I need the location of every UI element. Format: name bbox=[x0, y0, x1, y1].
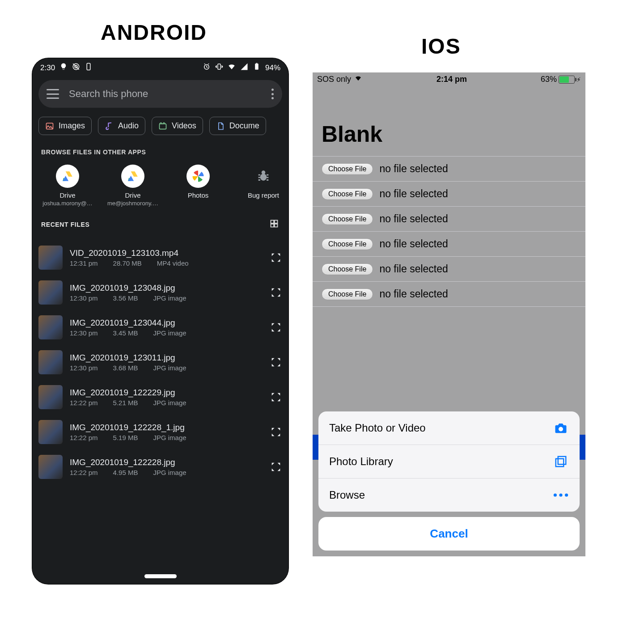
choose-file-button[interactable]: Choose File bbox=[322, 263, 373, 275]
vibrate-icon bbox=[215, 63, 223, 73]
app-photos-2[interactable]: Photos bbox=[165, 165, 231, 207]
app-drive-0[interactable]: Drivejoshua.morony@… bbox=[35, 165, 100, 207]
browse-apps-row: Drivejoshua.morony@…Driveme@joshmorony.…… bbox=[32, 158, 288, 207]
file-size: 5.19 MB bbox=[113, 434, 138, 441]
file-time: 12:22 pm bbox=[70, 399, 98, 407]
file-input-row: Choose Fileno file selected bbox=[313, 232, 585, 257]
app-bug-report-3[interactable]: Bug report bbox=[231, 165, 288, 207]
battery-icon bbox=[559, 76, 575, 84]
chip-label: Audio bbox=[118, 121, 139, 131]
file-time: 12:30 pm bbox=[70, 329, 98, 337]
choose-file-button[interactable]: Choose File bbox=[322, 188, 373, 200]
svg-rect-13 bbox=[275, 220, 278, 224]
alarm-icon bbox=[203, 63, 211, 73]
android-phone-frame: 2:30 94% Search this phone ImagesAudioVi… bbox=[32, 58, 288, 584]
battery-icon bbox=[253, 63, 261, 73]
svg-rect-15 bbox=[275, 224, 278, 227]
charging-icon: ⚡︎ bbox=[576, 76, 581, 83]
file-input-row: Choose Fileno file selected bbox=[313, 182, 585, 207]
file-thumbnail bbox=[38, 246, 63, 270]
app-drive-1[interactable]: Driveme@joshmorony.… bbox=[100, 165, 165, 207]
no-file-label: no file selected bbox=[379, 238, 448, 250]
filter-chip-docume[interactable]: Docume bbox=[209, 117, 266, 135]
file-name: IMG_20201019_123044.jpg bbox=[70, 318, 270, 328]
svg-rect-5 bbox=[218, 64, 220, 69]
expand-icon[interactable] bbox=[270, 391, 282, 403]
cancel-button[interactable]: Cancel bbox=[318, 517, 580, 551]
filter-chip-videos[interactable]: Videos bbox=[152, 117, 203, 135]
hamburger-icon[interactable] bbox=[47, 89, 59, 99]
nav-pill[interactable] bbox=[144, 574, 177, 578]
title-android: ANDROID bbox=[101, 20, 207, 45]
grid-view-icon[interactable] bbox=[270, 219, 279, 229]
svg-rect-18 bbox=[556, 459, 564, 467]
sheet-item-label: Browse bbox=[329, 489, 365, 501]
file-input-row: Choose Fileno file selected bbox=[313, 282, 585, 307]
filter-chip-row: ImagesAudioVideosDocume bbox=[32, 108, 288, 135]
overflow-icon[interactable] bbox=[271, 89, 274, 99]
more-icon bbox=[553, 488, 569, 502]
file-input-list: Choose Fileno file selectedChoose Fileno… bbox=[313, 156, 585, 307]
file-size: 5.21 MB bbox=[113, 399, 138, 407]
chip-label: Images bbox=[59, 121, 85, 131]
search-placeholder: Search this phone bbox=[69, 88, 271, 100]
file-row[interactable]: IMG_20201019_122229.jpg12:22 pm5.21 MBJP… bbox=[32, 380, 288, 415]
expand-icon[interactable] bbox=[270, 426, 282, 438]
file-type: JPG image bbox=[153, 329, 186, 337]
file-thumbnail bbox=[38, 280, 63, 305]
svg-rect-6 bbox=[255, 64, 258, 70]
page-title: Blank bbox=[313, 86, 585, 156]
app-name: Bug report bbox=[231, 191, 288, 199]
file-input-row: Choose Fileno file selected bbox=[313, 156, 585, 182]
svg-point-16 bbox=[559, 427, 563, 432]
app-name: Drive bbox=[35, 191, 100, 199]
app-name: Drive bbox=[100, 191, 165, 199]
file-time: 12:30 pm bbox=[70, 364, 98, 372]
file-row[interactable]: IMG_20201019_122228.jpg12:22 pm4.95 MBJP… bbox=[32, 449, 288, 484]
sheet-item-more[interactable]: Browse bbox=[318, 479, 580, 512]
file-type: JPG image bbox=[153, 469, 186, 476]
svg-rect-3 bbox=[87, 64, 90, 70]
filter-chip-audio[interactable]: Audio bbox=[98, 117, 145, 135]
status-time: 2:14 pm bbox=[436, 75, 467, 84]
file-row[interactable]: IMG_20201019_123048.jpg12:30 pm3.56 MBJP… bbox=[32, 275, 288, 310]
file-row[interactable]: IMG_20201019_123011.jpg12:30 pm3.68 MBJP… bbox=[32, 345, 288, 380]
expand-icon[interactable] bbox=[270, 286, 282, 299]
expand-icon[interactable] bbox=[270, 251, 282, 264]
expand-icon[interactable] bbox=[270, 461, 282, 473]
svg-point-21 bbox=[565, 493, 568, 496]
recent-files-list: VID_20201019_123103.mp412:31 pm28.70 MBM… bbox=[32, 232, 288, 484]
status-carrier: SOS only bbox=[317, 75, 351, 84]
library-icon bbox=[553, 455, 569, 468]
file-thumbnail bbox=[38, 350, 63, 374]
choose-file-button[interactable]: Choose File bbox=[322, 163, 373, 175]
wifi-icon bbox=[228, 63, 236, 73]
search-bar[interactable]: Search this phone bbox=[38, 80, 282, 108]
sheet-item-camera[interactable]: Take Photo or Video bbox=[318, 411, 580, 445]
chip-label: Docume bbox=[229, 121, 259, 131]
wifi-icon bbox=[354, 75, 363, 84]
app-account: joshua.morony@… bbox=[35, 200, 100, 207]
choose-file-button[interactable]: Choose File bbox=[322, 238, 373, 250]
expand-icon[interactable] bbox=[270, 321, 282, 334]
file-time: 12:22 pm bbox=[70, 469, 98, 476]
sheet-item-library[interactable]: Photo Library bbox=[318, 445, 580, 479]
svg-rect-11 bbox=[260, 174, 267, 181]
expand-icon[interactable] bbox=[270, 356, 282, 369]
file-row[interactable]: IMG_20201019_123044.jpg12:30 pm3.45 MBJP… bbox=[32, 310, 288, 345]
svg-point-20 bbox=[559, 493, 562, 496]
svg-rect-12 bbox=[271, 220, 274, 224]
file-row[interactable]: VID_20201019_123103.mp412:31 pm28.70 MBM… bbox=[32, 240, 288, 275]
choose-file-button[interactable]: Choose File bbox=[322, 213, 373, 225]
choose-file-button[interactable]: Choose File bbox=[322, 288, 373, 300]
svg-rect-7 bbox=[256, 63, 257, 64]
file-row[interactable]: IMG_20201019_122228_1.jpg12:22 pm5.19 MB… bbox=[32, 415, 288, 449]
recent-files-label: RECENT FILES bbox=[41, 221, 89, 228]
chip-label: Videos bbox=[172, 121, 196, 131]
svg-rect-17 bbox=[558, 457, 566, 465]
file-type: JPG image bbox=[153, 294, 186, 302]
filter-chip-images[interactable]: Images bbox=[38, 117, 92, 135]
file-name: VID_20201019_123103.mp4 bbox=[70, 248, 270, 258]
file-size: 3.45 MB bbox=[113, 329, 138, 337]
action-sheet: Take Photo or VideoPhoto LibraryBrowse C… bbox=[318, 411, 580, 551]
